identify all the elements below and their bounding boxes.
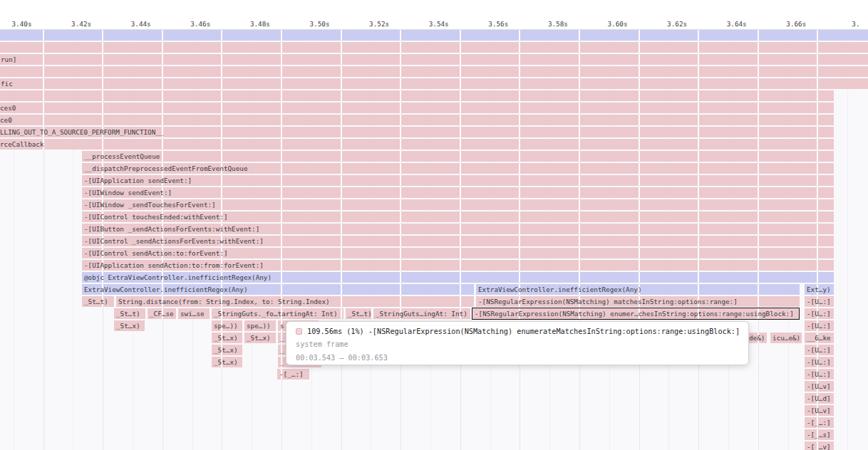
flame-bar[interactable]: _St…x) bbox=[244, 333, 276, 343]
flame-bar[interactable]: ce0 bbox=[0, 115, 834, 125]
flame-bar[interactable]: -[UIWindow sendEvent:] bbox=[82, 187, 834, 198]
flame-bar[interactable]: -[U…v] bbox=[805, 405, 834, 416]
gridline-gap bbox=[460, 30, 461, 41]
time-ruler-tick-label: 3.42s bbox=[60, 19, 103, 28]
flame-bar[interactable]: -[U…:] bbox=[805, 308, 834, 319]
flame-bar-label: -[U…:] bbox=[805, 369, 834, 380]
flame-bar[interactable]: ExtraViewController.inefficientRegex(Any… bbox=[82, 284, 474, 295]
flame-bar[interactable]: swi…se bbox=[178, 308, 210, 319]
flame-bar[interactable]: -[NSRegularExpression(NSMatching) matche… bbox=[476, 296, 800, 307]
flame-bar-label: rceCallback bbox=[0, 139, 834, 150]
flame-bar[interactable]: _St…t) bbox=[346, 308, 371, 319]
flame-bar-label: fic bbox=[0, 78, 868, 89]
flame-bar[interactable]: spe…)) bbox=[244, 320, 276, 331]
flame-bar[interactable] bbox=[0, 42, 868, 53]
flame-bar[interactable]: -[U…v] bbox=[805, 381, 834, 392]
flame-bar-label: _St…x) bbox=[114, 320, 145, 331]
flame-bar[interactable]: __dispatchPreprocessedEventFromEventQueu… bbox=[82, 163, 834, 174]
gridline-gap bbox=[579, 30, 580, 41]
flame-bar-selected[interactable]: -[NSRegularExpression(NSMatching) enumer… bbox=[472, 308, 799, 319]
flame-bar-label: -[NSRegularExpression(NSMatching) enumer… bbox=[472, 308, 799, 319]
flame-bar[interactable] bbox=[0, 66, 868, 77]
gridline-gap bbox=[817, 30, 818, 41]
flame-bar[interactable]: -[UIButton _sendActionsForEvents:withEve… bbox=[82, 224, 834, 234]
flame-bar[interactable]: _St…x) bbox=[212, 345, 242, 355]
flame-bar[interactable]: -[UIWindow _sendTouchesForEvent:] bbox=[82, 199, 834, 210]
flame-bar[interactable]: Ext…y) bbox=[805, 284, 834, 295]
flame-bar[interactable]: spe…)) bbox=[212, 320, 242, 331]
time-ruler-tick-label: 3.48s bbox=[239, 19, 281, 28]
flame-bar[interactable]: LLING_OUT_TO_A_SOURCE0_PERFORM_FUNCTION_… bbox=[0, 127, 834, 137]
gridline-gap bbox=[400, 30, 401, 41]
flame-bar[interactable]: -[_…:] bbox=[805, 417, 834, 428]
flame-bar[interactable]: -[U…:] bbox=[805, 357, 834, 367]
flame-bar[interactable]: -[UIApplication sendAction:to:from:forEv… bbox=[82, 260, 834, 271]
gridline-gap bbox=[400, 42, 401, 53]
flame-bar[interactable]: -[U…:] bbox=[805, 345, 834, 355]
flame-bar[interactable]: ces0 bbox=[0, 103, 834, 113]
flame-bar[interactable]: de&) bbox=[747, 333, 767, 343]
flame-bar[interactable]: -[U…:] bbox=[805, 320, 834, 331]
flame-bar[interactable] bbox=[0, 30, 868, 41]
gridline-gap bbox=[758, 90, 759, 101]
flame-bar-label: ce0 bbox=[0, 115, 834, 125]
flame-bar-label: -[UIWindow sendEvent:] bbox=[82, 187, 834, 198]
flame-bar[interactable]: __6…ke bbox=[805, 333, 834, 343]
gridline-gap bbox=[698, 66, 699, 77]
flame-bar[interactable]: ExtraViewController.inefficientRegex(Any… bbox=[476, 284, 800, 295]
flame-bar[interactable]: _St…x) bbox=[212, 333, 242, 343]
gridline-gap bbox=[43, 30, 44, 41]
flame-bar[interactable]: _StringGuts._fo…tartingAt: Int) bbox=[212, 308, 343, 319]
flame-bar[interactable]: _St…x) bbox=[212, 357, 242, 367]
flame-bar-label: ExtraViewController.inefficientRegex(Any… bbox=[82, 284, 474, 295]
flame-bar-label: -[UIControl _sendActionsForEvents:withEv… bbox=[82, 236, 834, 246]
flame-bar-label: swi…se bbox=[178, 308, 210, 319]
gridline-gap bbox=[162, 30, 163, 41]
flame-bar[interactable]: _St…t) bbox=[114, 308, 145, 319]
flame-bar[interactable]: _StringGuts…ingAt: Int) bbox=[373, 308, 470, 319]
flame-bar[interactable]: -[UIControl sendAction:to:forEvent:] bbox=[82, 248, 834, 258]
time-ruler-tick-label: 3.44s bbox=[120, 19, 162, 28]
flame-bar[interactable] bbox=[0, 90, 834, 101]
flame-bar[interactable]: _St…t) bbox=[82, 296, 114, 307]
flame-bar[interactable]: _St…x) bbox=[114, 320, 145, 331]
gridline-gap bbox=[817, 66, 818, 77]
flame-bar[interactable]: -[_…:] bbox=[277, 369, 309, 380]
flame-bar-label: __dispatchPreprocessedEventFromEventQueu… bbox=[82, 163, 834, 174]
flame-bar[interactable]: _CF…se bbox=[148, 308, 176, 319]
flame-bar[interactable]: icu…e&) bbox=[770, 333, 802, 343]
time-ruler-tick-label: 3.40s bbox=[1, 19, 43, 28]
gridline-gap bbox=[400, 90, 401, 101]
flame-bar-label: spe…)) bbox=[212, 320, 242, 331]
flame-bar[interactable]: @objc ExtraViewController.inefficientReg… bbox=[82, 272, 834, 283]
flame-bar[interactable]: -[UIControl _sendActionsForEvents:withEv… bbox=[82, 236, 834, 246]
flame-bar-label: -[U…:] bbox=[805, 296, 834, 307]
flame-bar[interactable]: rceCallback bbox=[0, 139, 834, 150]
flame-bar[interactable]: -[_…s] bbox=[805, 429, 834, 440]
flame-bar[interactable]: -[U…:] bbox=[805, 369, 834, 380]
flame-bar[interactable]: fic bbox=[0, 78, 868, 89]
flame-bar-label: de&) bbox=[747, 333, 767, 343]
gridline-gap bbox=[43, 66, 44, 77]
flame-bar-label: -[UIControl sendAction:to:forEvent:] bbox=[82, 248, 834, 258]
flame-bar-label: icu…e&) bbox=[770, 333, 802, 343]
flame-bar[interactable]: String.distance(from: String.Index, to: … bbox=[116, 296, 474, 307]
flame-bar-label: _St…x) bbox=[212, 357, 242, 367]
flame-bar-label: -[UIControl touchesEnded:withEvent:] bbox=[82, 211, 834, 222]
flame-bar-label: _St…t) bbox=[82, 296, 114, 307]
flame-bar-label: -[U…:] bbox=[805, 345, 834, 355]
flame-bar[interactable]: run] bbox=[0, 54, 868, 65]
flame-bar-label: ces0 bbox=[0, 103, 834, 113]
flame-bar[interactable]: -[UIApplication sendEvent:] bbox=[82, 175, 834, 186]
flame-bar[interactable]: -[U…:] bbox=[805, 296, 834, 307]
tooltip-symbol: -[NSRegularExpression(NSMatching) enumer… bbox=[368, 328, 740, 335]
flame-bar-label: -[U…:] bbox=[805, 320, 834, 331]
flame-bar[interactable]: -[U…d] bbox=[805, 393, 834, 404]
gridline-gap bbox=[102, 90, 103, 101]
flame-bar[interactable]: __processEventQueue bbox=[82, 151, 834, 162]
flame-bar[interactable]: -[_…v] bbox=[805, 441, 834, 450]
flame-bar-label: __processEventQueue bbox=[82, 151, 834, 162]
flame-bar[interactable]: -[UIControl touchesEnded:withEvent:] bbox=[82, 211, 834, 222]
time-ruler[interactable]: 3.40s3.42s3.44s3.46s3.48s3.50s3.52s3.54s… bbox=[0, 0, 868, 29]
gridline-gap bbox=[162, 42, 163, 53]
